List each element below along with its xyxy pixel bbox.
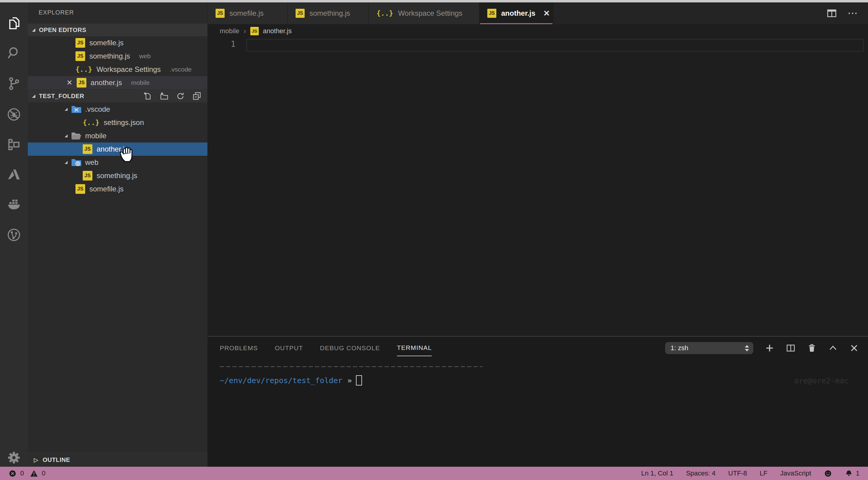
azure-logo-icon bbox=[7, 167, 21, 182]
warning-icon bbox=[30, 470, 38, 478]
split-terminal-icon[interactable] bbox=[786, 343, 796, 353]
open-editors-header[interactable]: OPEN EDITORS bbox=[28, 24, 208, 36]
tab-label: another.js bbox=[501, 9, 535, 18]
notifications[interactable]: 1 bbox=[845, 470, 860, 478]
close-tab-icon[interactable]: ✕ bbox=[543, 9, 550, 17]
current-line-highlight bbox=[246, 39, 864, 52]
panel-tab-output[interactable]: OUTPUT bbox=[275, 340, 303, 356]
files-icon bbox=[7, 16, 21, 31]
bug-crossed-icon bbox=[7, 107, 21, 122]
cursor-position[interactable]: Ln 1, Col 1 bbox=[641, 470, 673, 477]
search-icon[interactable] bbox=[0, 39, 28, 67]
json-file-icon: {..} bbox=[376, 9, 393, 17]
tree-folder-row[interactable]: .vscode bbox=[28, 103, 208, 116]
breadcrumb-file[interactable]: another.js bbox=[263, 27, 292, 35]
open-editor-name: somefile.js bbox=[89, 39, 123, 47]
tree-file-row[interactable]: JS something.js bbox=[28, 169, 208, 182]
azure-icon[interactable] bbox=[0, 161, 28, 188]
open-editor-detail: web bbox=[139, 53, 151, 60]
tab-label: somefile.js bbox=[229, 9, 264, 18]
terminal-select-value: 1: zsh bbox=[671, 344, 688, 352]
js-file-icon: JS bbox=[75, 51, 85, 61]
new-folder-icon[interactable] bbox=[160, 92, 169, 100]
close-icon[interactable]: ✕ bbox=[66, 79, 72, 86]
outline-section-header[interactable]: ▷ OUTLINE bbox=[28, 453, 208, 467]
tree-folder-row[interactable]: mobile bbox=[28, 129, 208, 142]
refresh-icon[interactable] bbox=[176, 92, 185, 100]
terminal-prompt-line: ~/env/dev/repos/test_folder » bbox=[220, 375, 362, 385]
kill-terminal-trash-icon[interactable] bbox=[807, 343, 817, 353]
extensions-square-icon bbox=[7, 137, 21, 152]
tree-file-row[interactable]: JS somefile.js bbox=[28, 182, 208, 196]
new-file-icon[interactable] bbox=[144, 92, 152, 100]
debug-icon[interactable] bbox=[0, 100, 28, 128]
collapse-all-icon[interactable] bbox=[192, 92, 202, 100]
indentation[interactable]: Spaces: 4 bbox=[686, 470, 716, 477]
folder-open-icon bbox=[71, 132, 82, 140]
extensions-icon[interactable] bbox=[0, 131, 28, 159]
js-file-icon: JS bbox=[83, 144, 92, 154]
more-actions-icon[interactable]: ⋯ bbox=[847, 11, 858, 15]
feedback-smiley[interactable] bbox=[824, 470, 832, 478]
panel-tab-terminal[interactable]: TERMINAL bbox=[397, 340, 432, 356]
terminal[interactable]: ~/env/dev/repos/test_folder » ore@ore2-m… bbox=[208, 359, 868, 467]
maximize-panel-icon[interactable] bbox=[828, 343, 838, 353]
vscode-folder-icon bbox=[71, 105, 82, 114]
js-file-icon: JS bbox=[216, 9, 225, 18]
open-editor-detail: mobile bbox=[131, 79, 150, 86]
folder-section-label: TEST_FOLDER bbox=[39, 93, 84, 100]
git-graph-icon[interactable] bbox=[0, 221, 28, 249]
tab-workspace-settings[interactable]: {..} Workspace Settings bbox=[369, 2, 479, 24]
docker-icon[interactable] bbox=[0, 191, 28, 218]
tree-file-row-selected[interactable]: JS another.js bbox=[28, 142, 208, 156]
open-editor-item[interactable]: {..} Workspace Settings .vscode bbox=[28, 63, 208, 76]
terminal-cursor bbox=[356, 375, 362, 385]
explorer-icon[interactable] bbox=[0, 9, 28, 37]
tab-somefile[interactable]: JS somefile.js bbox=[208, 2, 288, 24]
folder-section-actions bbox=[144, 92, 208, 100]
js-file-icon: JS bbox=[83, 171, 92, 181]
tab-another-active[interactable]: JS another.js ✕ bbox=[479, 2, 553, 24]
web-folder-icon bbox=[71, 158, 82, 167]
breadcrumb-folder[interactable]: mobile bbox=[220, 27, 240, 35]
sidebar-title: EXPLORER bbox=[39, 9, 74, 16]
status-bar: 0 0 Ln 1, Col 1 Spaces: 4 UTF-8 LF JavaS… bbox=[0, 467, 868, 480]
docker-whale-icon bbox=[7, 197, 21, 212]
breadcrumb-separator-icon: › bbox=[244, 27, 246, 35]
bottom-panel: PROBLEMS OUTPUT DEBUG CONSOLE TERMINAL 1… bbox=[208, 336, 868, 467]
open-editor-item[interactable]: JS somefile.js bbox=[28, 36, 208, 50]
chevron-expanded-icon bbox=[32, 28, 35, 32]
tree-file-row[interactable]: {..} settings.json bbox=[28, 116, 208, 129]
split-editor-icon[interactable] bbox=[826, 8, 837, 19]
panel-tab-problems[interactable]: PROBLEMS bbox=[220, 340, 258, 356]
select-arrows-icon bbox=[745, 345, 749, 351]
tab-something[interactable]: JS something.js bbox=[288, 2, 369, 24]
magnifier-icon bbox=[7, 46, 21, 60]
eol[interactable]: LF bbox=[760, 470, 768, 477]
open-editor-name: another.js bbox=[91, 78, 122, 87]
problems-status[interactable]: 0 0 bbox=[8, 470, 45, 478]
new-terminal-icon[interactable] bbox=[765, 343, 774, 353]
tree-folder-row[interactable]: web bbox=[28, 156, 208, 169]
close-panel-icon[interactable] bbox=[849, 343, 859, 353]
tree-item-label: .vscode bbox=[85, 105, 110, 114]
js-file-icon: JS bbox=[487, 9, 496, 18]
error-count: 0 bbox=[20, 470, 24, 477]
folder-section-header[interactable]: TEST_FOLDER bbox=[28, 90, 208, 102]
terminal-prompt-symbol: » bbox=[347, 376, 352, 385]
git-circle-icon bbox=[7, 228, 21, 242]
terminal-select[interactable]: 1: zsh bbox=[665, 342, 753, 354]
language-mode[interactable]: JavaScript bbox=[780, 470, 811, 477]
chevron-collapsed-icon: ▷ bbox=[34, 456, 38, 463]
panel-tab-debug-console[interactable]: DEBUG CONSOLE bbox=[320, 340, 380, 356]
chevron-expanded-icon bbox=[65, 108, 68, 111]
js-file-icon: JS bbox=[296, 9, 305, 18]
breadcrumb: mobile › JS another.js bbox=[208, 24, 868, 38]
open-editor-item[interactable]: JS something.js web bbox=[28, 50, 208, 63]
code-editor[interactable]: 1 bbox=[208, 38, 868, 336]
encoding[interactable]: UTF-8 bbox=[728, 470, 747, 477]
tab-label: Workspace Settings bbox=[398, 9, 462, 18]
open-editor-item-active[interactable]: ✕ JS another.js mobile bbox=[28, 76, 208, 89]
open-editors-label: OPEN EDITORS bbox=[39, 27, 86, 33]
source-control-icon[interactable] bbox=[0, 70, 28, 97]
